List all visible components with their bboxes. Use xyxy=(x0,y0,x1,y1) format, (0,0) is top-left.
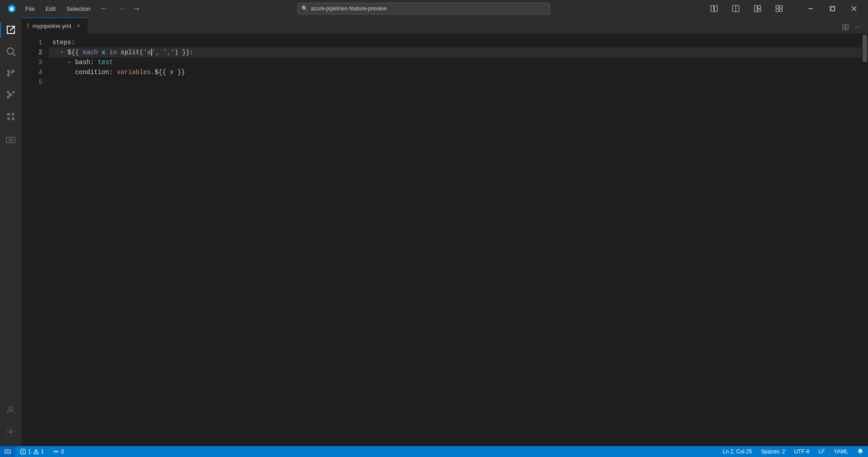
search-text: azure-pipelines-feature-preview xyxy=(311,5,387,12)
indentation-status[interactable]: Spaces: 2 xyxy=(757,446,790,457)
svg-point-30 xyxy=(36,453,36,453)
remote-explorer-activity-icon[interactable] xyxy=(0,129,22,151)
split-editor-right-button[interactable] xyxy=(839,21,852,33)
code-line-4: condition: variables.${‌{ x }} xyxy=(49,67,862,77)
active-tab[interactable]: ! mypipeline.yml × xyxy=(22,18,88,33)
code-token: - ${‌{ xyxy=(52,47,83,57)
accounts-activity-icon[interactable] xyxy=(0,399,22,421)
svg-point-29 xyxy=(23,452,23,453)
line-number-1: 1 xyxy=(22,37,42,47)
main-area: ! mypipeline.yml × ··· 1 2 3 4 xyxy=(0,17,868,446)
line-number-4: 4 xyxy=(22,67,42,77)
search-box[interactable]: 🔍 azure-pipelines-feature-preview xyxy=(297,3,550,14)
code-token: 'a xyxy=(143,47,151,57)
scm-icon[interactable] xyxy=(0,62,22,84)
code-editor[interactable]: steps: - ${‌{ each x in split('a', ',') … xyxy=(49,34,862,446)
settings-activity-icon[interactable] xyxy=(0,421,22,443)
svg-rect-26 xyxy=(846,24,848,30)
activity-bar-bottom xyxy=(0,399,22,446)
remote-connections-status[interactable]: 0 xyxy=(48,446,69,457)
svg-point-24 xyxy=(9,430,12,433)
maximize-button[interactable] xyxy=(822,0,843,17)
close-button[interactable] xyxy=(844,0,864,17)
svg-rect-0 xyxy=(711,5,714,12)
svg-rect-7 xyxy=(776,5,779,8)
tab-close-button[interactable]: × xyxy=(75,22,82,29)
menu-edit[interactable]: Edit xyxy=(40,0,61,17)
svg-point-18 xyxy=(7,91,9,93)
error-count: 1 xyxy=(28,448,31,455)
code-token xyxy=(52,77,56,87)
errors-status-item[interactable]: 1 1 xyxy=(15,446,48,457)
svg-point-22 xyxy=(9,139,12,141)
extensions-activity-icon[interactable] xyxy=(0,106,22,127)
language-text: YAML xyxy=(834,448,848,455)
svg-rect-10 xyxy=(780,9,782,12)
app-logo xyxy=(4,0,20,17)
svg-point-32 xyxy=(57,451,58,452)
editor-layout-button[interactable] xyxy=(725,0,746,17)
minimize-button[interactable] xyxy=(800,0,821,17)
warning-count: 1 xyxy=(41,448,44,455)
svg-rect-9 xyxy=(776,9,779,12)
tab-filename: mypipeline.yml xyxy=(32,23,71,29)
line-number-5: 5 xyxy=(22,77,42,87)
encoding-status[interactable]: UTF-8 xyxy=(790,446,814,457)
menu-more[interactable]: ··· xyxy=(96,0,111,17)
nav-back-button[interactable]: ← xyxy=(115,0,129,17)
explorer-icon[interactable] xyxy=(0,19,22,41)
svg-rect-6 xyxy=(758,9,761,12)
menu-file[interactable]: File xyxy=(20,0,40,17)
notifications-status[interactable] xyxy=(853,446,868,457)
svg-rect-21 xyxy=(6,137,15,143)
code-token: steps: xyxy=(52,37,75,47)
svg-point-16 xyxy=(7,48,14,54)
cursor-position-status[interactable]: Ln 2, Col 25 xyxy=(718,446,757,457)
code-line-1: steps: xyxy=(49,37,862,47)
svg-point-31 xyxy=(54,451,55,452)
tab-bar: ! mypipeline.yml × ··· xyxy=(22,17,868,34)
code-token: variables. xyxy=(117,67,155,77)
code-token: x xyxy=(170,67,177,77)
svg-rect-5 xyxy=(758,5,761,9)
more-actions-button[interactable]: ··· xyxy=(852,21,864,33)
run-debug-activity-icon[interactable] xyxy=(0,84,22,106)
svg-rect-8 xyxy=(780,5,782,8)
svg-point-19 xyxy=(13,91,14,93)
language-mode-status[interactable]: YAML xyxy=(829,446,853,457)
svg-point-23 xyxy=(9,406,13,410)
remote-status-item[interactable] xyxy=(0,446,15,457)
customize-layout-button[interactable] xyxy=(769,0,790,17)
status-left: 1 1 0 xyxy=(0,446,69,457)
line-number-3: 3 xyxy=(22,57,42,67)
search-icon: 🔍 xyxy=(301,5,308,12)
code-token: - bash: xyxy=(52,57,98,67)
remote-count: 0 xyxy=(61,448,64,455)
vertical-scrollbar[interactable] xyxy=(862,34,868,446)
tab-modified-indicator: ! xyxy=(27,22,29,29)
svg-rect-1 xyxy=(715,5,717,12)
menu-selection[interactable]: Selection xyxy=(61,0,96,17)
line-numbers-gutter: 1 2 3 4 5 xyxy=(22,34,49,446)
code-token: ) }}: xyxy=(175,47,194,57)
layout-toggle-button[interactable] xyxy=(704,0,725,17)
code-token: split( xyxy=(117,47,143,57)
activity-bar xyxy=(0,17,22,446)
svg-rect-25 xyxy=(843,24,845,30)
status-bar: 1 1 0 Ln 2, Col 25 Spaces: 2 UTF-8 LF YA… xyxy=(0,446,868,457)
split-editor-button[interactable] xyxy=(747,0,768,17)
indentation-text: Spaces: 2 xyxy=(761,448,785,455)
code-token: test xyxy=(98,57,113,67)
code-token: ${‌{ xyxy=(155,67,170,77)
nav-forward-button[interactable]: → xyxy=(129,0,143,17)
line-ending-status[interactable]: LF xyxy=(814,446,829,457)
line-number-2: 2 xyxy=(22,47,42,57)
svg-rect-13 xyxy=(831,7,835,11)
code-token: condition: xyxy=(52,67,117,77)
code-line-2: - ${‌{ each x in split('a', ',') }}: xyxy=(49,47,862,57)
editor-content: 1 2 3 4 5 steps: - ${‌{ each x in split(… xyxy=(22,34,868,446)
code-line-3: - bash: test xyxy=(49,57,862,67)
titlebar: File Edit Selection ··· ← → 🔍 azure-pipe… xyxy=(0,0,868,17)
line-ending-text: LF xyxy=(818,448,825,455)
search-activity-icon[interactable] xyxy=(0,41,22,62)
